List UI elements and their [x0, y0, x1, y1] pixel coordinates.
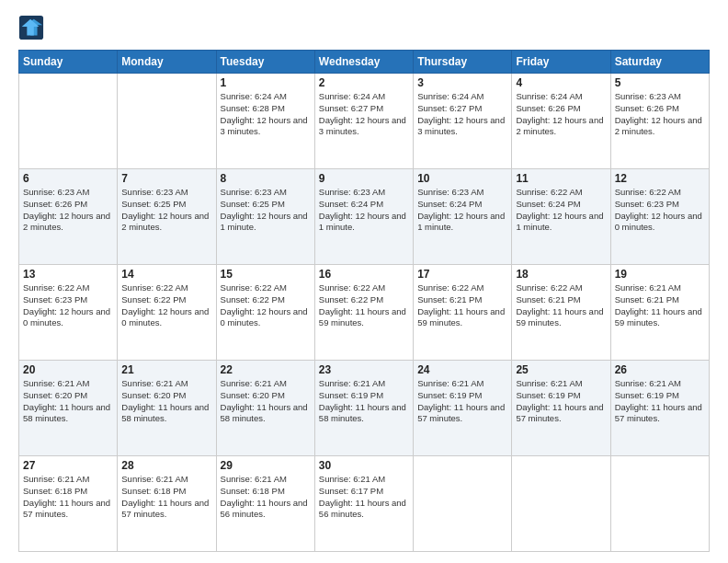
calendar-cell: 21Sunrise: 6:21 AM Sunset: 6:20 PM Dayli…	[118, 361, 216, 456]
day-number: 16	[319, 268, 409, 281]
logo	[18, 15, 46, 40]
calendar-cell	[118, 74, 216, 169]
calendar-cell: 10Sunrise: 6:23 AM Sunset: 6:24 PM Dayli…	[414, 169, 512, 265]
day-detail: Sunrise: 6:21 AM Sunset: 6:20 PM Dayligh…	[121, 378, 211, 425]
calendar-cell: 14Sunrise: 6:22 AM Sunset: 6:22 PM Dayli…	[118, 265, 216, 361]
calendar-week-row: 20Sunrise: 6:21 AM Sunset: 6:20 PM Dayli…	[19, 361, 710, 456]
day-detail: Sunrise: 6:23 AM Sunset: 6:25 PM Dayligh…	[121, 187, 211, 234]
day-detail: Sunrise: 6:21 AM Sunset: 6:19 PM Dayligh…	[417, 378, 507, 425]
calendar-cell: 22Sunrise: 6:21 AM Sunset: 6:20 PM Dayli…	[216, 361, 314, 456]
day-number: 12	[615, 172, 705, 185]
day-number: 13	[23, 268, 113, 281]
calendar-cell: 13Sunrise: 6:22 AM Sunset: 6:23 PM Dayli…	[19, 265, 118, 361]
day-detail: Sunrise: 6:23 AM Sunset: 6:24 PM Dayligh…	[417, 187, 507, 234]
day-detail: Sunrise: 6:24 AM Sunset: 6:28 PM Dayligh…	[221, 91, 311, 138]
day-number: 26	[615, 363, 705, 376]
day-detail: Sunrise: 6:22 AM Sunset: 6:24 PM Dayligh…	[516, 187, 606, 234]
day-detail: Sunrise: 6:22 AM Sunset: 6:22 PM Dayligh…	[319, 282, 409, 329]
day-number: 9	[319, 172, 409, 185]
page: SundayMondayTuesdayWednesdayThursdayFrid…	[0, 0, 728, 563]
calendar-cell: 17Sunrise: 6:22 AM Sunset: 6:21 PM Dayli…	[414, 265, 512, 361]
day-header-sunday: Sunday	[19, 51, 118, 74]
calendar-cell: 3Sunrise: 6:24 AM Sunset: 6:27 PM Daylig…	[414, 74, 512, 169]
calendar-cell	[19, 74, 118, 169]
day-number: 2	[319, 76, 409, 89]
calendar-cell: 28Sunrise: 6:21 AM Sunset: 6:18 PM Dayli…	[118, 456, 216, 552]
day-number: 8	[221, 172, 311, 185]
day-number: 21	[121, 363, 211, 376]
day-number: 24	[417, 363, 507, 376]
day-detail: Sunrise: 6:23 AM Sunset: 6:25 PM Dayligh…	[221, 187, 311, 234]
day-detail: Sunrise: 6:23 AM Sunset: 6:24 PM Dayligh…	[319, 187, 409, 234]
day-number: 15	[221, 268, 311, 281]
calendar-cell: 25Sunrise: 6:21 AM Sunset: 6:19 PM Dayli…	[512, 361, 610, 456]
calendar-cell: 1Sunrise: 6:24 AM Sunset: 6:28 PM Daylig…	[216, 74, 314, 169]
day-detail: Sunrise: 6:21 AM Sunset: 6:20 PM Dayligh…	[221, 378, 311, 425]
day-number: 23	[319, 363, 409, 376]
day-detail: Sunrise: 6:23 AM Sunset: 6:26 PM Dayligh…	[615, 91, 705, 138]
day-number: 1	[221, 76, 311, 89]
calendar-cell: 27Sunrise: 6:21 AM Sunset: 6:18 PM Dayli…	[19, 456, 118, 552]
day-detail: Sunrise: 6:23 AM Sunset: 6:26 PM Dayligh…	[23, 187, 113, 234]
day-number: 5	[615, 76, 705, 89]
calendar-week-row: 27Sunrise: 6:21 AM Sunset: 6:18 PM Dayli…	[19, 456, 710, 552]
day-detail: Sunrise: 6:21 AM Sunset: 6:21 PM Dayligh…	[615, 282, 705, 329]
calendar-cell: 23Sunrise: 6:21 AM Sunset: 6:19 PM Dayli…	[314, 361, 413, 456]
calendar-header-row: SundayMondayTuesdayWednesdayThursdayFrid…	[19, 51, 710, 74]
day-number: 17	[417, 268, 507, 281]
day-number: 14	[121, 268, 211, 281]
day-header-friday: Friday	[512, 51, 610, 74]
calendar-cell: 20Sunrise: 6:21 AM Sunset: 6:20 PM Dayli…	[19, 361, 118, 456]
calendar-cell: 6Sunrise: 6:23 AM Sunset: 6:26 PM Daylig…	[19, 169, 118, 265]
calendar-cell	[414, 456, 512, 552]
day-number: 25	[516, 363, 606, 376]
calendar-table: SundayMondayTuesdayWednesdayThursdayFrid…	[18, 50, 710, 552]
day-number: 10	[417, 172, 507, 185]
calendar-cell	[512, 456, 610, 552]
day-number: 22	[221, 363, 311, 376]
calendar-cell: 11Sunrise: 6:22 AM Sunset: 6:24 PM Dayli…	[512, 169, 610, 265]
calendar-cell: 18Sunrise: 6:22 AM Sunset: 6:21 PM Dayli…	[512, 265, 610, 361]
calendar-cell	[610, 456, 709, 552]
calendar-cell: 15Sunrise: 6:22 AM Sunset: 6:22 PM Dayli…	[216, 265, 314, 361]
day-detail: Sunrise: 6:21 AM Sunset: 6:18 PM Dayligh…	[121, 474, 211, 521]
day-detail: Sunrise: 6:24 AM Sunset: 6:27 PM Dayligh…	[417, 91, 507, 138]
day-detail: Sunrise: 6:22 AM Sunset: 6:22 PM Dayligh…	[121, 282, 211, 329]
day-header-monday: Monday	[118, 51, 216, 74]
calendar-cell: 30Sunrise: 6:21 AM Sunset: 6:17 PM Dayli…	[314, 456, 413, 552]
day-detail: Sunrise: 6:24 AM Sunset: 6:26 PM Dayligh…	[516, 91, 606, 138]
day-detail: Sunrise: 6:22 AM Sunset: 6:23 PM Dayligh…	[23, 282, 113, 329]
day-number: 27	[23, 459, 113, 472]
calendar-cell: 5Sunrise: 6:23 AM Sunset: 6:26 PM Daylig…	[610, 74, 709, 169]
calendar-week-row: 6Sunrise: 6:23 AM Sunset: 6:26 PM Daylig…	[19, 169, 710, 265]
calendar-cell: 12Sunrise: 6:22 AM Sunset: 6:23 PM Dayli…	[610, 169, 709, 265]
header	[18, 15, 710, 40]
day-header-thursday: Thursday	[414, 51, 512, 74]
calendar-cell: 26Sunrise: 6:21 AM Sunset: 6:19 PM Dayli…	[610, 361, 709, 456]
calendar-cell: 7Sunrise: 6:23 AM Sunset: 6:25 PM Daylig…	[118, 169, 216, 265]
calendar-cell: 9Sunrise: 6:23 AM Sunset: 6:24 PM Daylig…	[314, 169, 413, 265]
day-detail: Sunrise: 6:21 AM Sunset: 6:18 PM Dayligh…	[221, 474, 311, 521]
day-number: 28	[121, 459, 211, 472]
calendar-week-row: 13Sunrise: 6:22 AM Sunset: 6:23 PM Dayli…	[19, 265, 710, 361]
day-number: 6	[23, 172, 113, 185]
day-detail: Sunrise: 6:24 AM Sunset: 6:27 PM Dayligh…	[319, 91, 409, 138]
calendar-cell: 8Sunrise: 6:23 AM Sunset: 6:25 PM Daylig…	[216, 169, 314, 265]
day-detail: Sunrise: 6:21 AM Sunset: 6:19 PM Dayligh…	[615, 378, 705, 425]
day-detail: Sunrise: 6:22 AM Sunset: 6:21 PM Dayligh…	[417, 282, 507, 329]
calendar-cell: 2Sunrise: 6:24 AM Sunset: 6:27 PM Daylig…	[314, 74, 413, 169]
day-number: 3	[417, 76, 507, 89]
day-header-saturday: Saturday	[610, 51, 709, 74]
calendar-week-row: 1Sunrise: 6:24 AM Sunset: 6:28 PM Daylig…	[19, 74, 710, 169]
day-header-tuesday: Tuesday	[216, 51, 314, 74]
calendar-cell: 24Sunrise: 6:21 AM Sunset: 6:19 PM Dayli…	[414, 361, 512, 456]
calendar-cell: 29Sunrise: 6:21 AM Sunset: 6:18 PM Dayli…	[216, 456, 314, 552]
calendar-cell: 19Sunrise: 6:21 AM Sunset: 6:21 PM Dayli…	[610, 265, 709, 361]
calendar-cell: 4Sunrise: 6:24 AM Sunset: 6:26 PM Daylig…	[512, 74, 610, 169]
day-number: 29	[221, 459, 311, 472]
day-detail: Sunrise: 6:22 AM Sunset: 6:22 PM Dayligh…	[221, 282, 311, 329]
day-header-wednesday: Wednesday	[314, 51, 413, 74]
day-detail: Sunrise: 6:22 AM Sunset: 6:23 PM Dayligh…	[615, 187, 705, 234]
day-detail: Sunrise: 6:21 AM Sunset: 6:20 PM Dayligh…	[23, 378, 113, 425]
day-detail: Sunrise: 6:21 AM Sunset: 6:17 PM Dayligh…	[319, 474, 409, 521]
